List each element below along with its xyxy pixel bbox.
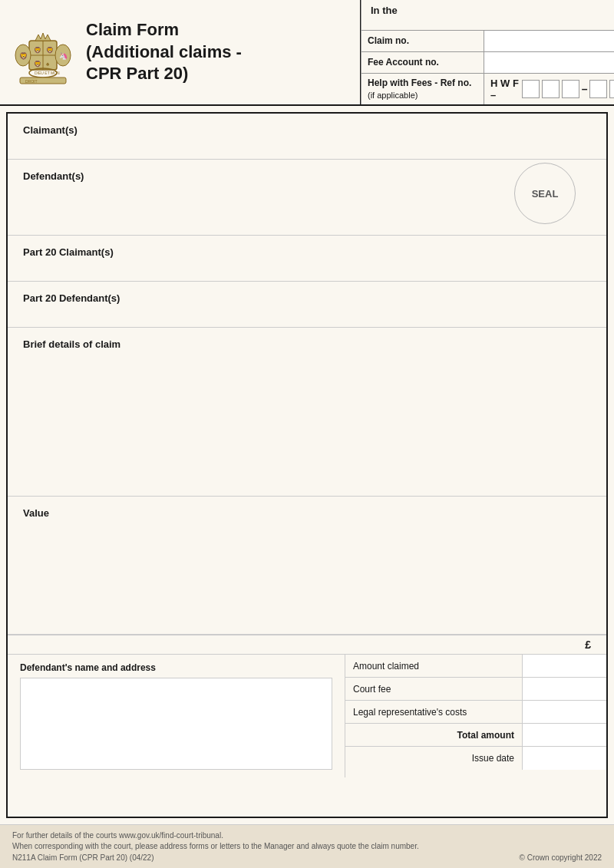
amounts-col: Amount claimed Court fee Legal represent… [345, 655, 606, 777]
hwf-inputs: H W F – – [484, 74, 614, 104]
fee-account-row: Fee Account no. [361, 52, 614, 74]
claim-no-label: Claim no. [361, 31, 484, 51]
total-amount-value[interactable] [522, 724, 606, 746]
bottom-columns: Defendant's name and address Amount clai… [8, 655, 606, 777]
header: 🦁 🦁 🦁 ♠ 🦁 🦄 DIEU ET MON DROIT [0, 0, 614, 106]
defendants-section: Defendant(s) SEAL [8, 160, 606, 236]
value-label: Value [23, 507, 591, 519]
header-right: In the Claim no. Fee Account no. Help wi… [361, 0, 614, 104]
currency-header: £ [8, 635, 606, 655]
claim-no-row: Claim no. [361, 31, 614, 52]
legal-rep-label: Legal representative's costs [345, 701, 522, 723]
court-fee-label: Court fee [345, 678, 522, 700]
svg-text:DIEU ET MON: DIEU ET MON [35, 71, 60, 75]
footer-line1: For further details of the courts www.go… [12, 831, 602, 840]
main-form: Claimant(s) Defendant(s) SEAL Part 20 Cl… [6, 112, 608, 818]
issue-date-label: Issue date [345, 747, 522, 770]
footer-bottom: N211A Claim Form (CPR Part 20) (04/22) ©… [12, 853, 602, 862]
defendant-address-input[interactable] [20, 678, 332, 770]
bottom-section: £ Defendant's name and address Amount cl… [8, 635, 606, 777]
total-amount-row: Total amount [345, 724, 606, 747]
total-amount-label: Total amount [345, 724, 522, 746]
footer-left-code: N211A Claim Form (CPR Part 20) (04/22) [12, 853, 154, 862]
amount-claimed-label: Amount claimed [345, 655, 522, 677]
svg-text:DROIT: DROIT [25, 79, 38, 84]
issue-date-row: Issue date [345, 747, 606, 770]
claimants-label: Claimant(s) [23, 124, 591, 136]
part20-claimants-section: Part 20 Claimant(s) [8, 236, 606, 282]
svg-text:🦁: 🦁 [46, 46, 54, 54]
hwf-box-4[interactable] [589, 80, 607, 98]
footer-line2: When corresponding with the court, pleas… [12, 842, 602, 850]
royal-crest-icon: 🦁 🦁 🦁 ♠ 🦁 🦄 DIEU ET MON DROIT [12, 18, 74, 87]
claimants-section: Claimant(s) [8, 114, 606, 160]
footer: For further details of the courts www.go… [0, 824, 614, 868]
in-the-label: In the [361, 0, 614, 31]
court-fee-value[interactable] [522, 678, 606, 700]
part20-claimants-label: Part 20 Claimant(s) [23, 246, 591, 258]
svg-text:🦁: 🦁 [34, 46, 41, 54]
fee-account-label: Fee Account no. [361, 52, 484, 73]
part20-defendants-label: Part 20 Defendant(s) [23, 292, 591, 304]
defendant-address-label: Defendant's name and address [20, 662, 332, 673]
claim-no-value[interactable] [484, 31, 614, 51]
value-section: Value [8, 497, 606, 635]
court-fee-row: Court fee [345, 678, 606, 701]
issue-date-value[interactable] [522, 747, 606, 770]
hwf-box-2[interactable] [542, 80, 560, 98]
part20-defendants-section: Part 20 Defendant(s) [8, 282, 606, 328]
form-title: Claim Form (Additional claims - CPR Part… [86, 19, 242, 85]
footer-right-code: © Crown copyright 2022 [520, 853, 602, 862]
hwf-label: Help with Fees - Ref no. (if applicable) [361, 74, 484, 104]
svg-text:🦁: 🦁 [34, 60, 41, 68]
defendant-address-col: Defendant's name and address [8, 655, 345, 777]
svg-text:🦁: 🦁 [19, 51, 28, 61]
amount-claimed-value[interactable] [522, 655, 606, 677]
hwf-box-1[interactable] [522, 80, 540, 98]
svg-marker-7 [35, 33, 51, 41]
brief-details-label: Brief details of claim [23, 338, 591, 350]
defendants-label: Defendant(s) [23, 170, 84, 182]
fee-account-value[interactable] [484, 52, 614, 73]
header-left: 🦁 🦁 🦁 ♠ 🦁 🦄 DIEU ET MON DROIT [0, 0, 361, 104]
amount-claimed-row: Amount claimed [345, 655, 606, 678]
legal-rep-row: Legal representative's costs [345, 701, 606, 724]
page-wrapper: 🦁 🦁 🦁 ♠ 🦁 🦄 DIEU ET MON DROIT [0, 0, 614, 868]
seal-stamp: SEAL [514, 163, 576, 224]
hwf-row: Help with Fees - Ref no. (if applicable)… [361, 74, 614, 104]
hwf-box-3[interactable] [562, 80, 579, 98]
svg-text:🦄: 🦄 [59, 51, 68, 61]
hwf-box-5[interactable] [609, 80, 614, 98]
legal-rep-value[interactable] [522, 701, 606, 723]
brief-details-section: Brief details of claim [8, 328, 606, 497]
